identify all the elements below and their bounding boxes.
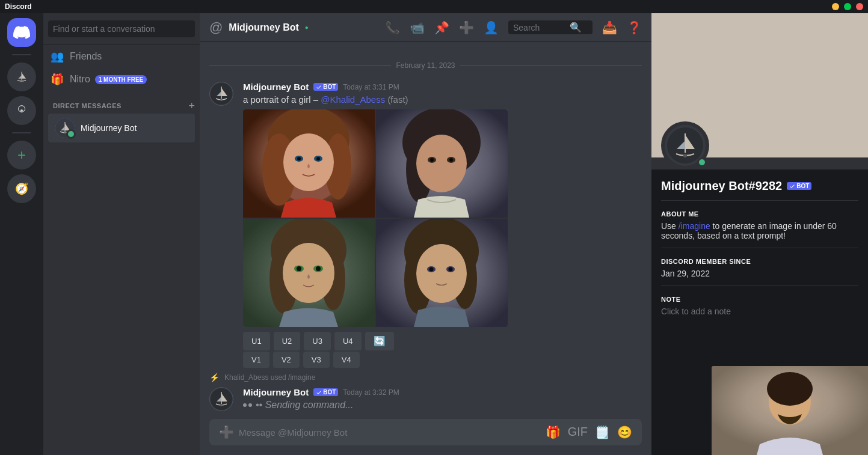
dm-name-midjourney: Midjourney Bot — [81, 123, 137, 133]
gif-icon[interactable]: GIF — [568, 425, 588, 439]
portrait-image-3[interactable] — [243, 219, 375, 327]
note-title: NOTE — [661, 296, 858, 303]
friends-icon: 👥 — [51, 50, 64, 63]
mention-1: @Khalid_Abess — [321, 94, 385, 105]
variation-3-btn[interactable]: V3 — [303, 352, 330, 368]
action-buttons-2: V1 V2 V3 V4 — [243, 352, 642, 368]
phone-icon[interactable]: 📞 — [385, 20, 400, 35]
message-1: Midjourney Bot BOT Today at 3:31 PM a po… — [200, 79, 651, 370]
upscale-4-btn[interactable]: U4 — [334, 332, 362, 350]
inbox-icon[interactable]: 📥 — [602, 20, 617, 35]
right-panel: Midjourney Bot#9282 BOT ABOUT ME Use /im… — [651, 13, 868, 455]
note-input[interactable]: Click to add a note — [661, 307, 858, 316]
portrait-image-4[interactable] — [376, 219, 508, 327]
pin-icon[interactable]: 📌 — [434, 20, 449, 35]
online-indicator: ● — [305, 24, 309, 31]
profile-username: Midjourney Bot#9282 — [661, 179, 782, 193]
server-separator — [12, 54, 31, 55]
image-grid-1[interactable] — [243, 109, 508, 327]
msg-author-1: Midjourney Bot — [243, 82, 309, 92]
chat-search-box[interactable]: 🔍 — [508, 20, 593, 34]
image-grid-inner — [243, 109, 508, 327]
note-section: NOTE Click to add a note — [661, 296, 858, 316]
app-container: + 🧭 👥 Friends 🎁 Nitro 1 MONTH FREE DIREC… — [0, 13, 868, 455]
video-icon[interactable]: 📹 — [410, 20, 425, 35]
dm-search-bar — [43, 13, 200, 45]
msg-text-1: a portrait of a girl – @Khalid_Abess (fa… — [243, 94, 642, 105]
bot-badge-1: BOT — [313, 83, 338, 91]
variation-2-btn[interactable]: V2 — [273, 352, 300, 368]
svg-point-52 — [767, 372, 813, 406]
portrait-image-1[interactable] — [243, 109, 375, 218]
variation-4-btn[interactable]: V4 — [333, 352, 360, 368]
msg-content-1: Midjourney Bot BOT Today at 3:31 PM a po… — [243, 82, 642, 368]
window-controls[interactable] — [832, 3, 863, 10]
svg-point-1 — [21, 81, 23, 82]
sub-message-text: Khalid_Abess used /imagine — [224, 373, 315, 382]
date-label: February 11, 2023 — [396, 61, 455, 70]
discord-home-icon[interactable] — [7, 18, 36, 47]
profile-divider-3 — [661, 286, 858, 286]
svg-point-46 — [220, 404, 223, 406]
help-icon[interactable]: ❓ — [627, 20, 642, 35]
nitro-nav-item[interactable]: 🎁 Nitro 1 MONTH FREE — [43, 68, 200, 91]
svg-point-7 — [220, 99, 223, 101]
svg-point-54 — [794, 399, 800, 403]
svg-point-3 — [20, 109, 23, 112]
refresh-btn[interactable]: 🔄 — [365, 332, 394, 350]
gift-icon[interactable]: 🎁 — [546, 425, 561, 439]
profile-bot-badge: BOT — [787, 182, 811, 190]
minimize-btn[interactable] — [832, 3, 839, 10]
members-icon[interactable]: 👤 — [484, 20, 499, 35]
msg-avatar-1 — [209, 82, 233, 106]
upscale-1-btn[interactable]: U1 — [243, 332, 270, 350]
sub-message: ⚡ Khalid_Abess used /imagine — [200, 370, 651, 385]
dm-section-header: DIRECT MESSAGES + — [43, 91, 200, 114]
date-divider: February 11, 2023 — [209, 61, 642, 70]
profile-divider — [661, 200, 858, 201]
server-icon-openai[interactable] — [7, 96, 36, 125]
variation-1-btn[interactable]: V1 — [243, 352, 269, 368]
upscale-2-btn[interactable]: U2 — [274, 332, 301, 350]
input-icons: 🎁 GIF 🗒️ 😊 — [546, 425, 632, 439]
member-since-date: Jan 29, 2022 — [661, 269, 858, 278]
nitro-badge: 1 MONTH FREE — [95, 75, 147, 84]
search-icon: 🔍 — [570, 22, 582, 33]
upscale-3-btn[interactable]: U3 — [304, 332, 331, 350]
profile-avatar-large — [661, 121, 709, 169]
server-icon-sailboat[interactable] — [7, 63, 36, 91]
friends-nav-item[interactable]: 👥 Friends — [43, 45, 200, 68]
dm-search-input[interactable] — [48, 20, 195, 37]
server-sidebar: + 🧭 — [0, 13, 43, 455]
bot-badge-2: BOT — [313, 388, 338, 396]
chat-title: Midjourney Bot — [229, 22, 298, 33]
svg-point-34 — [297, 266, 301, 271]
portrait-image-2[interactable] — [376, 109, 508, 218]
maximize-btn[interactable] — [844, 3, 851, 10]
close-btn[interactable] — [856, 3, 863, 10]
dm-avatar-midjourney — [55, 118, 75, 138]
add-server-btn[interactable]: + — [7, 141, 36, 169]
chat-input-area: ➕ 🎁 GIF 🗒️ 😊 — [200, 419, 651, 455]
dm-item-midjourney[interactable]: Midjourney Bot — [48, 114, 195, 142]
sticker-icon[interactable]: 🗒️ — [595, 425, 610, 439]
about-me-section: ABOUT ME Use /imagine to generate an ima… — [661, 210, 858, 240]
about-me-title: ABOUT ME — [661, 210, 858, 218]
chat-header-right: 📞 📹 📌 ➕ 👤 🔍 📥 ❓ — [385, 20, 642, 35]
chat-input[interactable] — [239, 427, 541, 438]
message-2: Midjourney Bot BOT Today at 3:32 PM •• S… — [200, 385, 651, 414]
explore-servers-btn[interactable]: 🧭 — [7, 174, 36, 203]
chat-search-input[interactable] — [513, 23, 567, 32]
emoji-icon[interactable]: 😊 — [617, 425, 632, 439]
dm-section-label: DIRECT MESSAGES — [53, 102, 122, 109]
chat-messages: February 11, 2023 Midjourney — [200, 42, 651, 419]
add-member-icon[interactable]: ➕ — [459, 20, 474, 35]
video-thumbnail — [712, 366, 868, 455]
msg-timestamp-2: Today at 3:32 PM — [343, 388, 399, 397]
msg-content-2: Midjourney Bot BOT Today at 3:32 PM •• S… — [243, 387, 642, 411]
dm-add-btn[interactable]: + — [188, 100, 195, 111]
profile-name: Midjourney Bot#9282 BOT — [661, 179, 858, 193]
attachment-icon[interactable]: ➕ — [219, 425, 234, 439]
profile-banner — [651, 13, 868, 157]
loading-dots — [243, 403, 252, 407]
